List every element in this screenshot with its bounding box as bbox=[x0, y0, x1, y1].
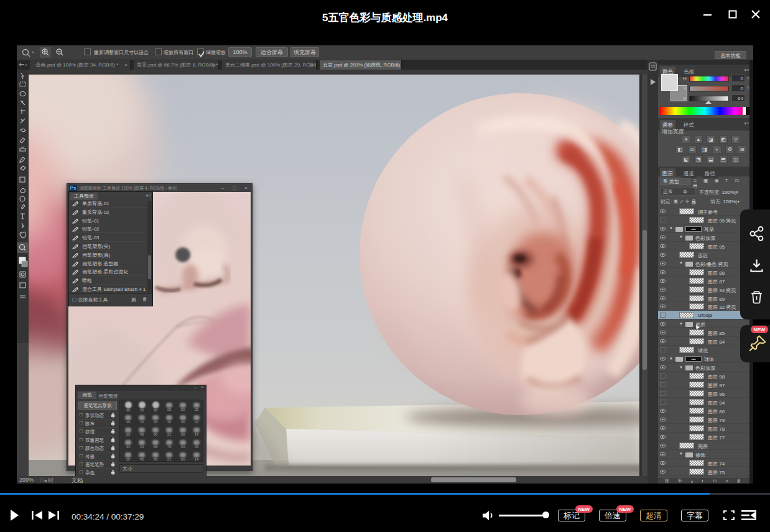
svg-text:×: × bbox=[25, 63, 27, 67]
